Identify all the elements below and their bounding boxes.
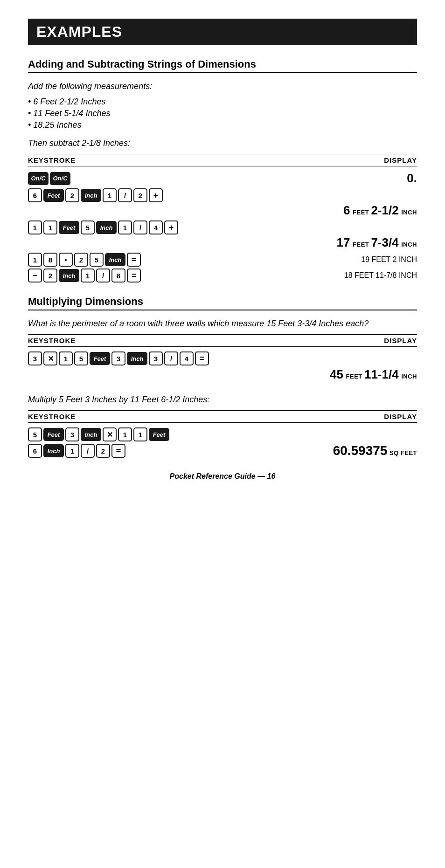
key-plus-2[interactable]: + <box>164 220 178 234</box>
section-multiplying: Multiplying Dimensions What is the perim… <box>28 296 417 382</box>
key-inch-5[interactable]: Inch <box>127 352 147 365</box>
row-onc: On/C On/C 0. <box>28 171 417 186</box>
key-1b[interactable]: 1 <box>28 220 42 234</box>
display-18feet: 18 FEET 11-7/8 INCH <box>344 271 417 280</box>
row-5feet3: 5 Feet 3 Inch ✕ 1 1 Feet <box>28 427 417 441</box>
key-eq-1[interactable]: = <box>127 253 141 267</box>
key-1j[interactable]: 1 <box>65 444 79 458</box>
key-4b[interactable]: 4 <box>180 351 194 365</box>
key-times-2[interactable]: ✕ <box>103 427 117 441</box>
key-feet-3[interactable]: Feet <box>90 352 110 365</box>
section1-divider <box>28 72 417 73</box>
keys-subtract: − 2 Inch 1 / 8 = <box>28 269 141 282</box>
key-inch-1[interactable]: Inch <box>81 189 101 202</box>
key-slash-1[interactable]: / <box>118 188 132 202</box>
col3-keystroke: KEYSTROKE <box>28 413 76 420</box>
key-feet-5[interactable]: Feet <box>149 428 169 441</box>
bullet-2: 11 Feet 5-1/4 Inches <box>28 109 417 118</box>
key-2c[interactable]: 2 <box>74 253 88 267</box>
key-eq-2[interactable]: = <box>127 269 141 282</box>
key-5a[interactable]: 5 <box>81 220 95 234</box>
key-eq-3[interactable]: = <box>195 351 209 365</box>
key-feet-4[interactable]: Feet <box>43 428 64 441</box>
key-dot[interactable]: • <box>59 253 73 267</box>
section1-title: Adding and Subtracting Strings of Dimens… <box>28 58 417 70</box>
key-1a[interactable]: 1 <box>103 188 117 202</box>
key-3b[interactable]: 3 <box>111 351 125 365</box>
key-1i[interactable]: 1 <box>133 427 147 441</box>
display-sq-feet: 60.59375 SQ FEET <box>333 443 417 458</box>
row-18-25: 1 8 • 2 5 Inch = 19 FEET 2 INCH <box>28 253 417 267</box>
key-8b[interactable]: 8 <box>111 269 125 282</box>
keys-onc: On/C On/C <box>28 172 70 185</box>
key-inch-4[interactable]: Inch <box>59 269 79 282</box>
col2-keystroke: KEYSTROKE <box>28 337 76 344</box>
key-1g[interactable]: 1 <box>59 351 73 365</box>
row-3x15: 3 ✕ 1 5 Feet 3 Inch 3 / 4 = <box>28 351 417 365</box>
key-inch-7[interactable]: Inch <box>43 444 64 457</box>
key-minus[interactable]: − <box>28 269 42 282</box>
section2-intro: What is the perimeter of a room with thr… <box>28 319 417 329</box>
section3-table-header: KEYSTROKE DISPLAY <box>28 410 417 423</box>
key-inch-2[interactable]: Inch <box>96 221 117 234</box>
key-6b[interactable]: 6 <box>28 444 42 458</box>
section2-table-header: KEYSTROKE DISPLAY <box>28 334 417 347</box>
examples-header: EXAMPLES <box>28 19 417 45</box>
col3-display: DISPLAY <box>384 413 417 420</box>
row-subtract: − 2 Inch 1 / 8 = 18 FEET 11-7/8 INCH <box>28 269 417 282</box>
key-3d[interactable]: 3 <box>65 427 79 441</box>
key-8a[interactable]: 8 <box>43 253 57 267</box>
key-2e[interactable]: 2 <box>96 444 110 458</box>
key-inch-6[interactable]: Inch <box>81 428 101 441</box>
key-times[interactable]: ✕ <box>43 351 57 365</box>
display-zero: 0. <box>407 171 417 186</box>
col-display: DISPLAY <box>384 156 417 164</box>
key-inch-3[interactable]: Inch <box>105 253 125 266</box>
key-feet-2[interactable]: Feet <box>59 221 79 234</box>
key-5b[interactable]: 5 <box>90 253 104 267</box>
section2-divider <box>28 310 417 310</box>
key-1h[interactable]: 1 <box>118 427 132 441</box>
keys-18-25: 1 8 • 2 5 Inch = <box>28 253 141 267</box>
key-2a[interactable]: 2 <box>65 188 79 202</box>
key-1f[interactable]: 1 <box>81 269 95 282</box>
key-6[interactable]: 6 <box>28 188 42 202</box>
section-adding-subtracting: Adding and Subtracting Strings of Dimens… <box>28 58 417 282</box>
key-plus-1[interactable]: + <box>149 188 163 202</box>
key-5c[interactable]: 5 <box>74 351 88 365</box>
section3-intro: Multiply 5 Feet 3 Inches by 11 Feet 6-1/… <box>28 395 417 405</box>
key-3c[interactable]: 3 <box>149 351 163 365</box>
display-19feet: 19 FEET 2 INCH <box>361 255 417 264</box>
bullet-3: 18.25 Inches <box>28 120 417 130</box>
col2-display: DISPLAY <box>384 337 417 344</box>
col-keystroke: KEYSTROKE <box>28 156 76 164</box>
key-slash-3[interactable]: / <box>96 269 110 282</box>
row-6inch-half: 6 Inch 1 / 2 = 60.59375 SQ FEET <box>28 443 417 458</box>
key-slash-2[interactable]: / <box>133 220 147 234</box>
key-2b[interactable]: 2 <box>133 188 147 202</box>
display-45feet: 45 FEET 11-1/4 INCH <box>28 367 417 382</box>
section1-intro: Add the following measurements: <box>28 82 417 91</box>
key-4a[interactable]: 4 <box>149 220 163 234</box>
key-5d[interactable]: 5 <box>28 427 42 441</box>
key-1d[interactable]: 1 <box>118 220 132 234</box>
display-17feet: 17 FEET 7-3/4 INCH <box>28 235 417 250</box>
key-2d[interactable]: 2 <box>43 269 57 282</box>
key-3a[interactable]: 3 <box>28 351 42 365</box>
key-slash-5[interactable]: / <box>81 444 95 458</box>
key-slash-4[interactable]: / <box>164 351 178 365</box>
keys-6inch-half: 6 Inch 1 / 2 = <box>28 444 125 458</box>
section2-title: Multiplying Dimensions <box>28 296 417 308</box>
footer: Pocket Reference Guide — 16 <box>28 472 417 481</box>
row-6feet: 6 Feet 2 Inch 1 / 2 + <box>28 188 417 202</box>
key-onc-1[interactable]: On/C <box>28 172 49 185</box>
section1-subtract-intro: Then subtract 2-1/8 Inches: <box>28 138 417 148</box>
display-6feet: 6 FEET 2-1/2 INCH <box>28 203 417 218</box>
key-eq-4[interactable]: = <box>111 444 125 458</box>
key-onc-2[interactable]: On/C <box>50 172 70 185</box>
bullet-1: 6 Feet 2-1/2 Inches <box>28 97 417 107</box>
section1-table-header: KEYSTROKE DISPLAY <box>28 154 417 166</box>
key-feet-1[interactable]: Feet <box>43 189 64 202</box>
key-1c[interactable]: 1 <box>43 220 57 234</box>
key-1e[interactable]: 1 <box>28 253 42 267</box>
